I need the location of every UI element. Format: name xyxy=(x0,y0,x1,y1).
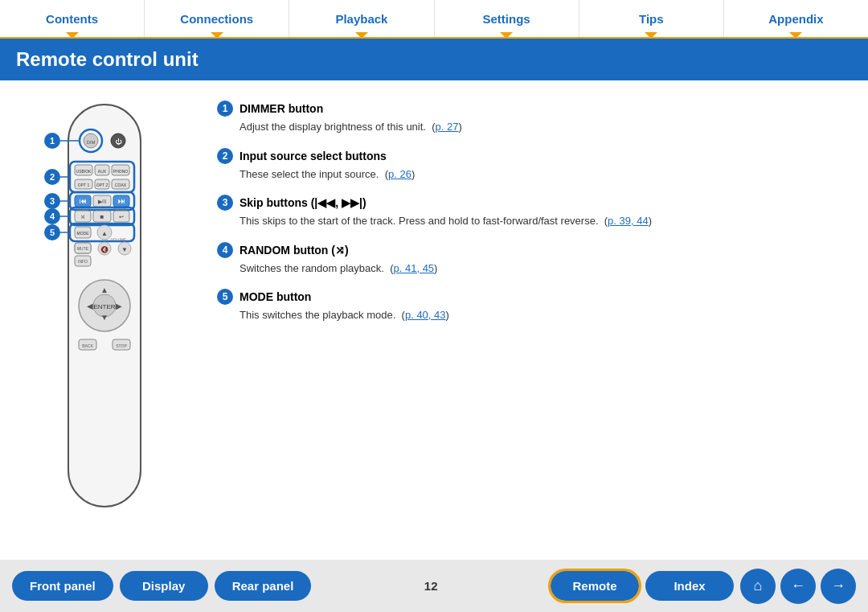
svg-text:PHONO: PHONO xyxy=(113,169,128,174)
nav-tab-playback-label: Playback xyxy=(335,12,387,26)
svg-text:⏭: ⏭ xyxy=(118,197,125,205)
svg-text:AUX: AUX xyxy=(98,169,107,174)
svg-text:▼: ▼ xyxy=(121,246,128,253)
item-5-title: 5 MODE button xyxy=(217,289,852,305)
svg-text:⏻: ⏻ xyxy=(115,138,122,146)
remote-button[interactable]: Remote xyxy=(551,571,639,601)
home-icon: ⌂ xyxy=(754,577,763,594)
forward-arrow-icon: → xyxy=(831,577,845,594)
svg-text:MUTE: MUTE xyxy=(77,246,89,251)
svg-text:VOLUME: VOLUME xyxy=(111,238,126,242)
svg-text:BACK: BACK xyxy=(82,343,93,348)
svg-text:STOP: STOP xyxy=(116,343,127,348)
nav-tab-playback[interactable]: Playback xyxy=(289,0,434,37)
svg-text:↩: ↩ xyxy=(119,214,124,220)
svg-text:OPT 1: OPT 1 xyxy=(78,183,90,187)
svg-text:▼: ▼ xyxy=(100,313,108,322)
page-number: 12 xyxy=(317,579,544,593)
item-3-title: 3 Skip buttons (|◀◀, ▶▶|) xyxy=(217,195,852,211)
item-2-number: 2 xyxy=(217,148,233,164)
item-4-number: 4 xyxy=(217,242,233,258)
top-navigation: Contents Connections Playback Settings T… xyxy=(0,0,868,39)
nav-tab-appendix-label: Appendix xyxy=(768,12,823,26)
remote-svg: DIM ⏻ USB/OK AUX PHONO OPT 1 OPT 2 COAX … xyxy=(24,97,185,515)
nav-tab-contents-label: Contents xyxy=(46,12,98,26)
item-2-desc: These select the input source. (p. 26) xyxy=(240,166,852,183)
item-1-ref[interactable]: p. 27 xyxy=(436,121,459,133)
svg-text:2: 2 xyxy=(50,172,55,182)
nav-tab-tips[interactable]: Tips xyxy=(579,0,724,37)
item-5-number: 5 xyxy=(217,289,233,305)
info-item-4: 4 RANDOM button (⤮) Switches the random … xyxy=(217,242,852,277)
item-2-title: 2 Input source select buttons xyxy=(217,148,852,164)
svg-text:🔇: 🔇 xyxy=(100,245,108,253)
page-title-bar: Remote control unit xyxy=(0,39,868,80)
svg-text:COAX: COAX xyxy=(115,183,127,187)
back-arrow-icon: ← xyxy=(791,577,805,594)
svg-text:1: 1 xyxy=(50,136,55,146)
info-item-5: 5 MODE button This switches the playback… xyxy=(217,289,852,323)
svg-text:▲: ▲ xyxy=(100,285,108,294)
nav-tab-settings[interactable]: Settings xyxy=(435,0,579,37)
svg-text:INFO: INFO xyxy=(78,259,88,264)
svg-text:▶/II: ▶/II xyxy=(98,199,107,204)
display-button[interactable]: Display xyxy=(120,571,208,601)
nav-tab-tips-label: Tips xyxy=(639,12,664,26)
bottom-navigation: Front panel Display Rear panel 12 Remote… xyxy=(0,560,868,612)
svg-text:5: 5 xyxy=(50,228,55,237)
item-3-number: 3 xyxy=(217,195,233,211)
item-1-desc: Adjust the display brightness of this un… xyxy=(240,119,852,135)
svg-text:■: ■ xyxy=(100,213,104,220)
info-item-3: 3 Skip buttons (|◀◀, ▶▶|) This skips to … xyxy=(217,195,852,229)
rear-panel-button[interactable]: Rear panel xyxy=(215,571,312,601)
forward-button[interactable]: → xyxy=(821,569,856,604)
svg-text:OPT 2: OPT 2 xyxy=(96,183,108,187)
nav-tab-connections[interactable]: Connections xyxy=(145,0,289,37)
back-button[interactable]: ← xyxy=(780,569,816,604)
svg-text:◀: ◀ xyxy=(87,302,93,310)
nav-tab-contents[interactable]: Contents xyxy=(0,0,145,37)
nav-icon-group: ⌂ ← → xyxy=(740,569,856,604)
item-2-ref[interactable]: p. 26 xyxy=(388,168,411,180)
item-1-title: 1 DIMMER button xyxy=(217,101,852,117)
item-4-title: 4 RANDOM button (⤮) xyxy=(217,242,852,258)
item-5-ref[interactable]: p. 40, 43 xyxy=(405,309,446,321)
page-title: Remote control unit xyxy=(16,48,852,71)
svg-text:ENTER: ENTER xyxy=(93,303,115,310)
info-item-1: 1 DIMMER button Adjust the display brigh… xyxy=(217,101,852,135)
info-item-2: 2 Input source select buttons These sele… xyxy=(217,148,852,183)
remote-illustration: DIM ⏻ USB/OK AUX PHONO OPT 1 OPT 2 COAX … xyxy=(16,97,193,544)
svg-text:▶: ▶ xyxy=(116,302,122,310)
item-3-desc: This skips to the start of the track. Pr… xyxy=(240,213,852,229)
svg-text:4: 4 xyxy=(50,212,55,221)
svg-text:▲: ▲ xyxy=(101,230,108,237)
svg-text:USB/OK: USB/OK xyxy=(76,169,92,174)
item-4-desc: Switches the random playback. (p. 41, 45… xyxy=(240,261,852,277)
svg-text:3: 3 xyxy=(50,196,55,206)
home-button[interactable]: ⌂ xyxy=(740,569,776,604)
item-3-ref[interactable]: p. 39, 44 xyxy=(608,215,649,227)
info-panel: 1 DIMMER button Adjust the display brigh… xyxy=(217,97,852,544)
svg-text:⏮: ⏮ xyxy=(80,197,87,205)
svg-text:⤮: ⤮ xyxy=(80,214,85,220)
index-button[interactable]: Index xyxy=(645,571,734,601)
nav-tab-appendix[interactable]: Appendix xyxy=(724,0,868,37)
nav-tab-connections-label: Connections xyxy=(180,12,253,26)
main-content: DIM ⏻ USB/OK AUX PHONO OPT 1 OPT 2 COAX … xyxy=(0,80,868,560)
item-1-number: 1 xyxy=(217,101,233,117)
item-5-desc: This switches the playback mode. (p. 40,… xyxy=(240,307,852,323)
nav-tab-settings-label: Settings xyxy=(483,12,530,26)
svg-text:MODE: MODE xyxy=(77,231,90,236)
item-4-ref[interactable]: p. 41, 45 xyxy=(394,262,435,274)
front-panel-button[interactable]: Front panel xyxy=(12,571,113,601)
svg-text:DIM: DIM xyxy=(87,140,96,145)
